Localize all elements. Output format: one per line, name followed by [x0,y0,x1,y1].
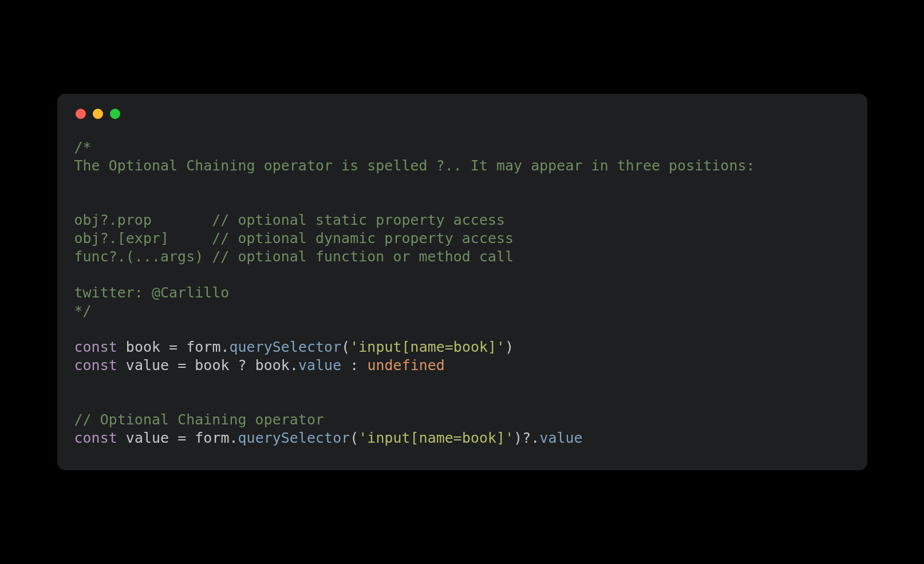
space [117,339,126,355]
paren-open: ( [341,339,350,355]
comment-close: */ [74,303,92,319]
operator-optional-chain: ?. [522,430,539,446]
string-selector: 'input[name=book]' [358,430,514,446]
paren-close: ) [514,430,522,446]
operator-equals: = [177,430,186,446]
code-block: /* The Optional Chaining operator is spe… [74,138,850,447]
close-icon[interactable] [76,109,86,119]
property-value: value [539,430,582,446]
function-queryselector: querySelector [230,339,342,355]
identifier-value: value [126,430,169,446]
comment-example-2: obj?.[expr] // optional dynamic property… [74,230,514,247]
zoom-icon[interactable] [110,109,120,119]
paren-open: ( [350,430,358,446]
comment-credit: twitter: @Carlillo [74,284,230,301]
space [247,357,255,374]
space [117,357,126,374]
space [186,430,195,446]
space [117,430,126,446]
comment-optional-chaining: // Optional Chaining operator [74,411,325,428]
comment-line-1: The Optional Chaining operator is spelle… [74,157,755,174]
identifier-book: book [126,339,160,355]
paren-close: ) [505,339,514,355]
operator-dot: . [230,430,238,446]
property-value: value [298,357,341,374]
operator-ternary-colon: : [350,357,358,374]
space [358,357,367,374]
code-window: /* The Optional Chaining operator is spe… [57,94,867,470]
window-titlebar [74,109,850,119]
operator-dot: . [290,357,298,374]
operator-dot: . [220,339,229,355]
identifier-value: value [126,357,169,374]
comment-open: /* [74,139,92,156]
space [230,357,238,374]
space [169,430,177,446]
comment-example-3: func?.(...args) // optional function or … [74,248,514,265]
space [160,339,169,355]
keyword-const: const [74,339,117,355]
space [177,339,186,355]
keyword-const: const [74,357,117,374]
comment-example-1: obj?.prop // optional static property ac… [74,212,506,228]
identifier-book: book [255,357,290,374]
identifier-form: form [186,339,220,355]
keyword-const: const [74,430,117,446]
space [341,357,350,374]
operator-ternary-q: ? [238,357,247,374]
space [186,357,195,374]
function-queryselector: querySelector [238,430,350,446]
identifier-book: book [195,357,229,374]
string-selector: 'input[name=book]' [350,339,505,355]
identifier-form: form [195,430,229,446]
minimize-icon[interactable] [93,109,103,119]
operator-equals: = [177,357,186,374]
space [169,357,177,374]
literal-undefined: undefined [367,357,444,374]
operator-equals: = [169,339,177,355]
